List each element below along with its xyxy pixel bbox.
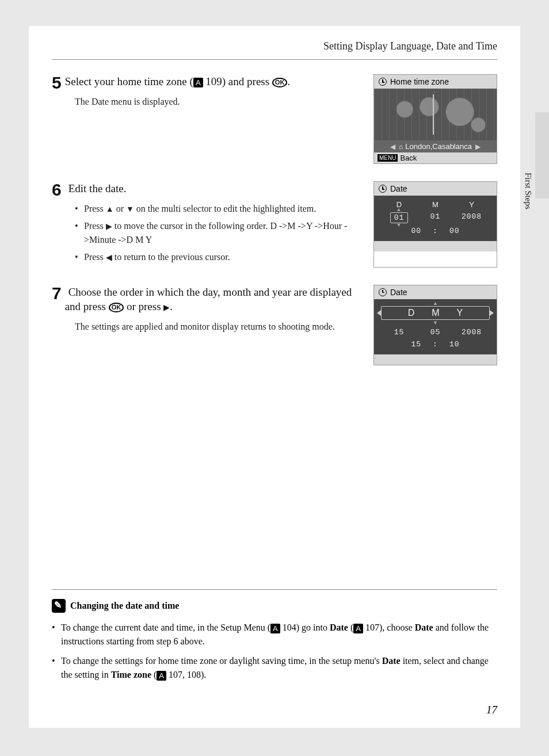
up-arrow-icon: ▲: [106, 205, 114, 213]
step-7-text-a: Choose the order in which the day, month…: [65, 286, 352, 313]
y-value: 2008: [453, 212, 490, 223]
step-5-text-a: Select your home time zone (: [65, 75, 193, 87]
d-value: ▲01▼: [381, 212, 417, 223]
d-value: 15: [381, 328, 417, 337]
down-arrow-icon: ▼: [126, 205, 134, 213]
step-7: 7 Choose the order in which the day, mon…: [52, 285, 497, 365]
step-5-number: 5: [52, 74, 62, 91]
m-value: 01: [417, 212, 453, 223]
page-ref-icon: A: [270, 624, 280, 634]
time-colon: :: [433, 227, 438, 235]
page-number: 17: [486, 704, 497, 716]
minute-value: 10: [449, 340, 460, 349]
lcd-date-2-body: ▲ D M Y ▼ 15 05 2008 15 : 10: [374, 299, 497, 354]
m-label: M: [417, 200, 453, 209]
lcd-timezone-foot: MENU Back: [374, 152, 497, 163]
step-7-title: 7 Choose the order in which the day, mon…: [52, 285, 362, 314]
y-label: Y: [453, 200, 490, 209]
side-tab: [535, 112, 549, 198]
side-section-label: First Steps: [523, 173, 533, 209]
lcd-timezone-body: ◀ ⌂ London,Casablanca ▶: [374, 89, 497, 152]
header-rule: [52, 59, 497, 60]
m-value: 05: [417, 328, 453, 337]
step-6: 6 Edit the date. Press ▲ or ▼ on the mul…: [52, 181, 497, 268]
step-6-bullet-3: Press ◀ to return to the previous cursor…: [75, 250, 362, 264]
step-6-bullet-2: Press ▶ to move the cursor in the follow…: [75, 219, 362, 247]
right-arrow-icon: ▶: [163, 303, 170, 312]
step-5: 5 Select your home time zone (A 109) and…: [52, 74, 497, 164]
timezone-name: London,Casablanca: [405, 142, 472, 151]
clock-icon: [379, 288, 387, 296]
step-7-text-c: .: [170, 300, 173, 312]
time-colon: :: [433, 340, 438, 349]
time-row: 00 : 00: [374, 227, 497, 241]
step-7-number: 7: [52, 285, 62, 302]
step-5-title: 5 Select your home time zone (A 109) and…: [52, 74, 362, 89]
lcd-date-2-title-text: Date: [390, 288, 407, 297]
clock-icon: [379, 185, 387, 193]
m-label: M: [432, 308, 439, 318]
lcd-date-2: Date ▲ D M Y ▼ 15 05 2008: [373, 285, 497, 365]
timezone-bar: ◀ ⌂ London,Casablanca ▶: [374, 140, 497, 152]
step-5-body: The Date menu is displayed.: [75, 95, 362, 109]
d-label: D: [408, 308, 415, 318]
ok-button-icon: OK: [272, 78, 288, 87]
lcd-date-1-body: D M Y ▲01▼ 01 2008 00 : 00: [374, 196, 497, 241]
clock-icon: [379, 78, 387, 86]
lcd-date-1-title: Date: [374, 182, 497, 196]
lcd-timezone-title-text: Home time zone: [390, 77, 449, 86]
back-label: Back: [400, 154, 417, 162]
note-icon: [52, 599, 66, 613]
hour-value: 15: [411, 340, 421, 349]
note-title: Changing the date and time: [52, 599, 497, 613]
dmy-order-selector: D M Y: [381, 306, 490, 320]
step-6-bullet-1: Press ▲ or ▼ on the multi selector to ed…: [75, 202, 362, 216]
chevron-right-icon: ▶: [474, 143, 482, 151]
step-6-title: 6 Edit the date.: [52, 181, 362, 196]
timezone-marker: [433, 94, 434, 135]
home-icon: ⌂: [399, 143, 403, 151]
page: Setting Display Language, Date and Time …: [29, 26, 520, 728]
step-6-title-text: Edit the date.: [68, 182, 127, 194]
step-5-text-b: 109) and press: [203, 75, 272, 87]
lcd-timezone-title: Home time zone: [374, 75, 497, 89]
step-6-number: 6: [52, 181, 62, 198]
page-ref-icon: A: [157, 671, 166, 681]
lcd-date-1-title-text: Date: [390, 184, 407, 193]
note-item-1: To change the current date and time, in …: [52, 621, 497, 648]
step-7-text-b: or press: [124, 300, 163, 312]
step-6-body: Press ▲ or ▼ on the multi selector to ed…: [75, 202, 362, 264]
lcd-date-2-foot: [374, 354, 497, 365]
left-arrow-icon: ◀: [106, 253, 112, 262]
hour-value: 00: [411, 227, 421, 235]
page-ref-icon: A: [353, 624, 363, 634]
note-item-2: To change the settings for home time zon…: [52, 654, 497, 682]
page-header: Setting Display Language, Date and Time: [52, 40, 497, 59]
lcd-date-1: Date D M Y ▲01▼ 01 2008 00 : 00: [373, 181, 497, 268]
minute-value: 00: [449, 227, 460, 235]
world-map: [374, 89, 497, 140]
step-5-text-c: .: [287, 75, 290, 87]
right-arrow-icon: ▶: [106, 222, 112, 231]
chevron-left-icon: ◀: [389, 143, 396, 151]
menu-badge: MENU: [378, 154, 398, 162]
lcd-date-1-foot: [374, 241, 497, 251]
y-label: Y: [457, 308, 463, 318]
page-ref-icon: A: [193, 78, 203, 88]
step-7-body: The settings are applied and monitor dis…: [75, 320, 362, 334]
y-value: 2008: [453, 328, 490, 337]
ok-button-icon: OK: [109, 303, 124, 312]
lcd-timezone: Home time zone ◀ ⌂ London,Casablanca ▶ M…: [373, 74, 497, 164]
lcd-date-2-title: Date: [374, 285, 497, 299]
note-box: Changing the date and time To change the…: [52, 589, 497, 688]
note-title-text: Changing the date and time: [70, 601, 179, 611]
note-list: To change the current date and time, in …: [52, 621, 497, 682]
time-row: 15 : 10: [374, 340, 497, 354]
